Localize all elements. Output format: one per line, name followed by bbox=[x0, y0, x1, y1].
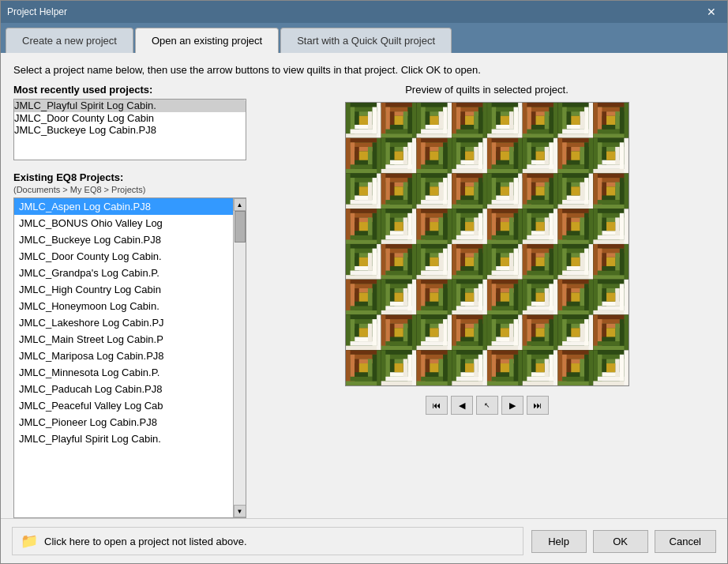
scrollbar-vertical[interactable]: ▲ ▼ bbox=[233, 198, 246, 517]
svg-rect-338 bbox=[346, 209, 351, 244]
svg-rect-99 bbox=[593, 103, 629, 107]
list-item[interactable]: JMLC_Honeymoon Log Cabin. bbox=[14, 298, 233, 314]
svg-rect-465 bbox=[381, 275, 416, 280]
svg-rect-810 bbox=[403, 359, 407, 376]
svg-rect-506 bbox=[487, 244, 492, 280]
list-item[interactable]: JMLC_Buckeye Log Cabin.PJ8 bbox=[14, 231, 233, 248]
svg-rect-55 bbox=[465, 116, 474, 125]
list-item[interactable]: JMLC_High Country Log Cabin bbox=[14, 281, 233, 298]
recent-select[interactable]: JMLC_Playful Spirit Log Cabin.JMLC_Door … bbox=[14, 100, 246, 160]
nav-prev-btn[interactable]: ◀ bbox=[451, 396, 473, 415]
svg-rect-787 bbox=[346, 381, 381, 385]
close-button[interactable]: ✕ bbox=[702, 4, 721, 20]
svg-rect-113 bbox=[346, 138, 381, 143]
nav-cursor-btn[interactable]: ↖ bbox=[476, 396, 498, 415]
nav-next-btn[interactable]: ▶ bbox=[501, 396, 523, 415]
footer-buttons: Help OK Cancel bbox=[531, 530, 716, 553]
list-item[interactable]: JMLC_Minnesota Log Cabin.P. bbox=[14, 364, 233, 381]
svg-rect-531 bbox=[535, 258, 544, 266]
list-item[interactable]: JMLC_Mariposa Log Cabin.PJ8 bbox=[14, 348, 233, 364]
svg-rect-642 bbox=[544, 288, 549, 306]
svg-rect-30 bbox=[416, 103, 421, 138]
svg-rect-376 bbox=[438, 217, 443, 235]
svg-rect-713 bbox=[430, 328, 438, 337]
svg-rect-372 bbox=[443, 213, 448, 240]
svg-rect-88 bbox=[588, 103, 593, 138]
svg-rect-298 bbox=[553, 174, 557, 209]
svg-rect-890 bbox=[619, 355, 624, 382]
svg-rect-743 bbox=[522, 315, 557, 320]
svg-rect-264 bbox=[438, 182, 443, 200]
svg-rect-773 bbox=[593, 346, 629, 351]
list-item[interactable]: JMLC_Grandpa's Log Cabin.P. bbox=[14, 265, 233, 281]
list-item[interactable]: JMLC_Paducah Log Cabin.PJ8 bbox=[14, 381, 233, 397]
svg-rect-786 bbox=[346, 350, 351, 385]
list-item[interactable]: JMLC_BONUS Ohio Valley Log bbox=[14, 215, 233, 231]
svg-rect-281 bbox=[487, 174, 523, 179]
svg-rect-422 bbox=[557, 209, 562, 244]
svg-rect-750 bbox=[549, 319, 554, 346]
nav-last-btn[interactable]: ⏭ bbox=[527, 396, 549, 415]
tab-quick-quilt[interactable]: Start with a Quick Quilt project bbox=[280, 28, 452, 53]
svg-rect-4 bbox=[377, 103, 381, 138]
svg-rect-456 bbox=[372, 249, 377, 276]
ok-button[interactable]: OK bbox=[593, 530, 648, 553]
svg-rect-816 bbox=[447, 350, 452, 385]
svg-rect-268 bbox=[452, 174, 456, 209]
svg-rect-666 bbox=[619, 284, 624, 310]
svg-rect-307 bbox=[535, 186, 544, 195]
svg-rect-659 bbox=[593, 280, 629, 284]
list-item[interactable]: JMLC_Lakeshore Log Cabin.PJ bbox=[14, 314, 233, 331]
tab-new[interactable]: Create a new project bbox=[6, 28, 133, 53]
open-project-button[interactable]: 📁 Click here to open a project not liste… bbox=[12, 527, 523, 555]
svg-rect-251 bbox=[394, 186, 403, 195]
cancel-button[interactable]: Cancel bbox=[655, 530, 716, 553]
svg-rect-820 bbox=[443, 355, 448, 382]
tab-open[interactable]: Open an existing project bbox=[135, 28, 279, 53]
svg-rect-596 bbox=[443, 284, 448, 310]
svg-rect-774 bbox=[624, 315, 629, 351]
svg-rect-302 bbox=[549, 178, 554, 205]
svg-rect-799 bbox=[381, 350, 416, 355]
svg-rect-575 bbox=[381, 280, 416, 284]
svg-rect-167 bbox=[465, 152, 474, 160]
help-button[interactable]: Help bbox=[531, 530, 587, 553]
svg-rect-699 bbox=[394, 328, 403, 337]
list-item[interactable]: JMLC_Aspen Log Cabin.PJ8 bbox=[14, 198, 233, 215]
scroll-down-btn[interactable]: ▼ bbox=[234, 505, 246, 517]
svg-rect-409 bbox=[522, 239, 557, 244]
list-item[interactable]: JMLC_Pioneer Log Cabin.PJ8 bbox=[14, 414, 233, 431]
svg-rect-494 bbox=[482, 244, 487, 280]
project-list[interactable]: JMLC_Aspen Log Cabin.PJ8JMLC_BONUS Ohio … bbox=[14, 198, 233, 517]
svg-rect-158 bbox=[482, 138, 487, 174]
svg-rect-27 bbox=[394, 116, 403, 125]
list-item[interactable]: JMLC_Playful Spirit Log Cabin. bbox=[14, 431, 233, 447]
svg-rect-339 bbox=[346, 239, 381, 244]
svg-rect-702 bbox=[416, 315, 421, 351]
svg-rect-115 bbox=[346, 169, 381, 174]
list-item[interactable]: JMLC_Main Street Log Cabin.P bbox=[14, 331, 233, 348]
svg-rect-26 bbox=[403, 111, 407, 129]
svg-rect-895 bbox=[606, 363, 615, 372]
svg-rect-437 bbox=[593, 239, 629, 244]
svg-rect-68 bbox=[508, 111, 513, 129]
svg-rect-690 bbox=[411, 315, 416, 351]
svg-rect-83 bbox=[535, 116, 544, 125]
svg-rect-321 bbox=[571, 186, 580, 195]
svg-rect-82 bbox=[544, 111, 549, 129]
scroll-up-btn[interactable]: ▲ bbox=[234, 198, 246, 211]
svg-rect-142 bbox=[416, 138, 421, 174]
svg-rect-381 bbox=[452, 239, 487, 244]
svg-rect-242 bbox=[411, 174, 416, 209]
svg-rect-116 bbox=[377, 138, 381, 174]
list-item[interactable]: JMLC_Door County Log Cabin. bbox=[14, 248, 233, 265]
list-item[interactable]: JMLC_Peaceful Valley Log Cab bbox=[14, 397, 233, 414]
svg-rect-337 bbox=[346, 209, 381, 213]
svg-rect-325 bbox=[593, 205, 629, 209]
svg-rect-688 bbox=[381, 315, 385, 351]
svg-rect-628 bbox=[508, 288, 513, 306]
scrollbar-thumb[interactable] bbox=[235, 211, 246, 243]
window-title: Project Helper bbox=[7, 6, 67, 17]
svg-rect-232 bbox=[372, 178, 377, 205]
nav-first-btn[interactable]: ⏮ bbox=[426, 396, 448, 415]
